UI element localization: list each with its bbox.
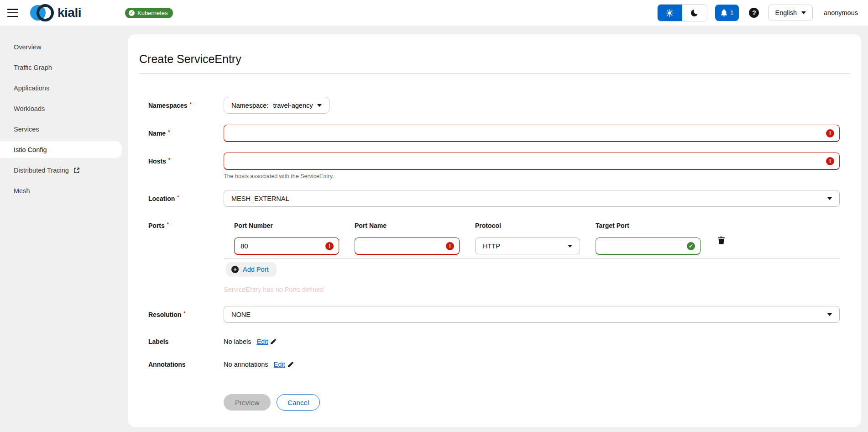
labels-label: Labels bbox=[139, 334, 224, 349]
page-title: Create ServiceEntry bbox=[139, 53, 850, 66]
annotations-empty-text: No annotations bbox=[224, 361, 268, 368]
nav-toggle-button[interactable] bbox=[7, 9, 18, 17]
plus-circle-icon: + bbox=[231, 266, 239, 273]
sidebar: Overview Traffic Graph Applications Work… bbox=[0, 26, 122, 432]
caret-down-icon bbox=[801, 11, 806, 14]
hosts-row: Hosts * ! The hosts associated with the … bbox=[139, 153, 840, 179]
delete-port-button[interactable] bbox=[716, 235, 727, 246]
target-port-input[interactable] bbox=[596, 237, 701, 255]
resolution-select-value: NONE bbox=[231, 311, 251, 318]
sidebar-item-workloads[interactable]: Workloads bbox=[0, 100, 122, 117]
pencil-icon bbox=[288, 362, 293, 368]
main-content: Create ServiceEntry Namespaces * Namespa… bbox=[122, 26, 868, 432]
annotations-row: Annotations No annotations Edit bbox=[139, 357, 840, 372]
labels-empty-text: No labels bbox=[224, 338, 251, 345]
resolution-label: Resolution * bbox=[139, 306, 224, 323]
caret-down-icon bbox=[827, 313, 832, 316]
name-input[interactable] bbox=[224, 125, 840, 142]
cluster-badge: ✓ Kubernetes bbox=[125, 8, 173, 18]
sidebar-item-mesh[interactable]: Mesh bbox=[0, 182, 122, 199]
required-indicator: * bbox=[168, 157, 170, 163]
ports-empty-warning: ServiceEntry has no Ports defined bbox=[224, 286, 840, 293]
sidebar-item-overview[interactable]: Overview bbox=[0, 38, 122, 55]
port-number-header: Port Number bbox=[234, 222, 339, 229]
sidebar-item-services[interactable]: Services bbox=[0, 121, 122, 137]
port-number-input[interactable] bbox=[234, 237, 339, 255]
sidebar-item-distributed-tracing[interactable]: Distributed Tracing bbox=[0, 162, 122, 179]
add-port-button[interactable]: + Add Port bbox=[226, 262, 277, 277]
protocol-header: Protocol bbox=[475, 222, 580, 229]
required-indicator: * bbox=[168, 129, 170, 135]
annotations-label: Annotations bbox=[139, 357, 224, 372]
target-port-header: Target Port bbox=[596, 222, 701, 229]
exclamation-circle-icon: ! bbox=[826, 129, 834, 137]
create-serviceentry-card: Create ServiceEntry Namespaces * Namespa… bbox=[128, 34, 861, 427]
hamburger-icon bbox=[7, 9, 18, 10]
port-name-header: Port Name bbox=[355, 222, 460, 229]
cluster-badge-label: Kubernetes bbox=[137, 10, 168, 16]
exclamation-circle-icon: ! bbox=[446, 242, 454, 250]
notification-count: 1 bbox=[730, 9, 734, 16]
edit-labels-link[interactable]: Edit bbox=[256, 338, 276, 345]
caret-down-icon bbox=[317, 104, 322, 107]
caret-down-icon bbox=[827, 197, 832, 200]
theme-toggle-group bbox=[657, 4, 707, 21]
required-indicator: * bbox=[183, 311, 185, 316]
preview-button[interactable]: Preview bbox=[224, 394, 271, 411]
hosts-input[interactable] bbox=[224, 153, 840, 170]
check-circle-icon: ✓ bbox=[129, 10, 135, 16]
namespace-dropdown-value: travel-agency bbox=[273, 102, 313, 109]
light-theme-button[interactable] bbox=[658, 5, 682, 21]
namespace-dropdown[interactable]: Namespace: travel-agency bbox=[224, 97, 329, 114]
brand-name: kiali bbox=[58, 5, 81, 20]
bell-icon bbox=[721, 9, 727, 16]
language-label: English bbox=[775, 9, 797, 16]
protocol-select-value: HTTP bbox=[483, 242, 500, 250]
sidebar-item-traffic-graph[interactable]: Traffic Graph bbox=[0, 59, 122, 76]
required-indicator: * bbox=[177, 195, 179, 200]
namespaces-row: Namespaces * Namespace: travel-agency bbox=[139, 97, 840, 114]
cancel-button[interactable]: Cancel bbox=[277, 394, 320, 411]
trash-icon bbox=[718, 237, 725, 244]
moon-icon bbox=[691, 10, 698, 16]
hosts-helper-text: The hosts associated with the ServiceEnt… bbox=[224, 173, 840, 179]
name-row: Name * ! bbox=[139, 125, 840, 142]
dark-theme-button[interactable] bbox=[682, 5, 707, 21]
check-circle-icon: ✓ bbox=[687, 242, 695, 250]
kiali-logo: kiali bbox=[30, 4, 81, 22]
required-indicator: * bbox=[167, 221, 169, 227]
location-row: Location * MESH_EXTERNAL bbox=[139, 190, 840, 207]
resolution-row: Resolution * NONE bbox=[139, 306, 840, 323]
ports-divider bbox=[224, 258, 840, 259]
location-select[interactable]: MESH_EXTERNAL bbox=[224, 190, 840, 207]
title-divider bbox=[139, 73, 850, 74]
resolution-select[interactable]: NONE bbox=[224, 306, 840, 323]
masthead: kiali ✓ Kubernetes bbox=[0, 0, 868, 26]
location-label: Location * bbox=[139, 190, 224, 207]
sun-icon bbox=[666, 9, 674, 17]
port-name-input[interactable] bbox=[355, 237, 460, 255]
protocol-select[interactable]: HTTP bbox=[475, 237, 580, 254]
pencil-icon bbox=[270, 339, 276, 345]
namespace-dropdown-prefix: Namespace: bbox=[231, 102, 268, 109]
help-button[interactable]: ? bbox=[749, 8, 759, 18]
name-label: Name * bbox=[139, 125, 224, 142]
notifications-button[interactable]: 1 bbox=[715, 5, 739, 21]
serviceentry-form: Namespaces * Namespace: travel-agency bbox=[139, 97, 850, 411]
sidebar-item-istio-config[interactable]: Istio Config bbox=[0, 141, 122, 158]
labels-row: Labels No labels Edit bbox=[139, 334, 840, 349]
required-indicator: * bbox=[190, 101, 192, 107]
exclamation-circle-icon: ! bbox=[325, 242, 334, 250]
sidebar-item-applications[interactable]: Applications bbox=[0, 79, 122, 96]
edit-annotations-link[interactable]: Edit bbox=[274, 361, 293, 368]
language-select[interactable]: English bbox=[768, 5, 813, 21]
location-select-value: MESH_EXTERNAL bbox=[231, 195, 289, 202]
external-link-icon bbox=[73, 167, 80, 174]
user-name: anonymous bbox=[824, 9, 858, 16]
namespaces-label: Namespaces * bbox=[139, 97, 224, 114]
kiali-logo-icon bbox=[30, 4, 54, 22]
ports-row: Ports * Port Number ! bbox=[139, 222, 840, 293]
question-circle-icon: ? bbox=[752, 9, 756, 16]
form-actions: Preview Cancel bbox=[224, 394, 840, 411]
ports-label: Ports * bbox=[139, 222, 224, 229]
